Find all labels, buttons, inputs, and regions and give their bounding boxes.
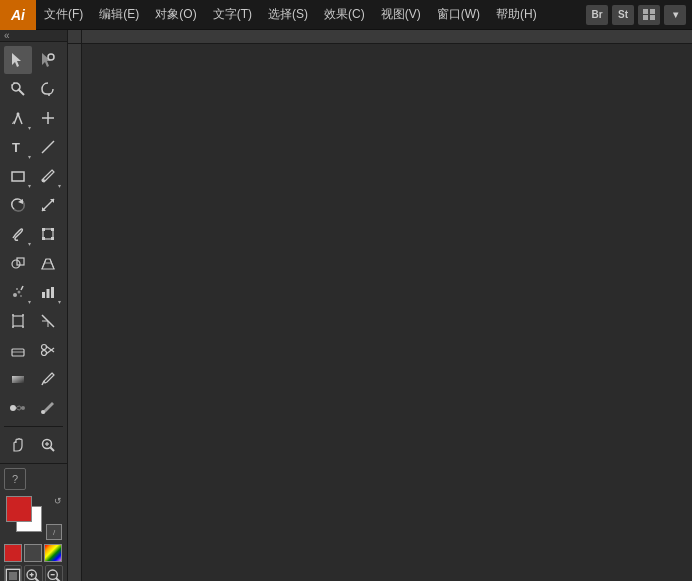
svg-line-12 <box>42 141 54 153</box>
menu-object[interactable]: 对象(O) <box>147 0 204 29</box>
svg-marker-0 <box>12 53 21 67</box>
add-anchor-tool[interactable] <box>34 104 62 132</box>
svg-point-55 <box>41 410 45 414</box>
hand-tool[interactable] <box>4 431 32 459</box>
reset-colors-button[interactable]: ↺ <box>54 496 62 506</box>
menu-file[interactable]: 文件(F) <box>36 0 91 29</box>
svg-point-33 <box>20 295 22 297</box>
svg-point-4 <box>12 83 20 91</box>
toolbar-tools: T <box>0 42 67 463</box>
zoom-tool[interactable] <box>34 431 62 459</box>
arrange-button[interactable]: ▾ <box>664 5 686 25</box>
app-logo: Ai <box>0 0 36 30</box>
svg-point-31 <box>13 293 17 297</box>
toolbar: « <box>0 30 68 581</box>
svg-rect-21 <box>42 228 45 231</box>
toolbar-bottom: ? / ↺ <box>0 463 67 581</box>
tool-hint-button[interactable]: ? <box>4 468 26 490</box>
menu-effect[interactable]: 效果(C) <box>316 0 373 29</box>
menu-view[interactable]: 视图(V) <box>373 0 429 29</box>
tool-row-7 <box>4 220 63 248</box>
zoom-in-button[interactable] <box>24 565 42 581</box>
toolbar-collapse-bar[interactable]: « <box>0 30 67 42</box>
svg-rect-22 <box>51 228 54 231</box>
menu-text[interactable]: 文字(T) <box>205 0 260 29</box>
svg-rect-36 <box>42 292 45 298</box>
svg-line-28 <box>42 259 46 269</box>
rect-tool[interactable] <box>4 162 32 190</box>
paintbrush-tool[interactable] <box>34 162 62 190</box>
tool-row-12 <box>4 365 63 393</box>
svg-point-25 <box>12 260 20 268</box>
svg-line-35 <box>21 286 23 290</box>
eraser-tool[interactable] <box>4 336 32 364</box>
canvas-area[interactable] <box>68 30 692 581</box>
foreground-color-swatch[interactable] <box>6 496 32 522</box>
tool-row-10 <box>4 307 63 335</box>
svg-rect-51 <box>12 376 24 383</box>
toolbar-separator <box>4 426 63 427</box>
tool-row-4: T <box>4 133 63 161</box>
stroke-color-small[interactable] <box>24 544 42 562</box>
svg-point-47 <box>42 345 47 350</box>
main-layout: « <box>0 30 692 581</box>
zoom-out-button[interactable] <box>45 565 63 581</box>
tool-row-14 <box>4 431 63 459</box>
color-swatches: / ↺ <box>4 494 66 542</box>
svg-text:T: T <box>12 140 20 155</box>
svg-point-34 <box>16 288 18 290</box>
svg-rect-24 <box>51 237 54 240</box>
tool-row-6 <box>4 191 63 219</box>
perspective-tool[interactable] <box>34 249 62 277</box>
warp-tool[interactable] <box>4 220 32 248</box>
svg-line-52 <box>42 381 44 385</box>
scale-tool[interactable] <box>34 191 62 219</box>
eyedropper-tool[interactable] <box>34 365 62 393</box>
tool-row-2 <box>4 75 63 103</box>
svg-rect-45 <box>12 349 24 356</box>
menu-items: 文件(F) 编辑(E) 对象(O) 文字(T) 选择(S) 效果(C) 视图(V… <box>36 0 586 29</box>
menu-select[interactable]: 选择(S) <box>260 0 316 29</box>
svg-rect-13 <box>12 172 24 181</box>
shape-builder-tool[interactable] <box>4 249 32 277</box>
menu-window[interactable]: 窗口(W) <box>429 0 488 29</box>
none-color-button[interactable]: / <box>46 524 62 540</box>
column-graph-tool[interactable] <box>34 278 62 306</box>
rotate-tool[interactable] <box>4 191 32 219</box>
fill-color-small[interactable] <box>4 544 22 562</box>
svg-rect-61 <box>9 572 17 580</box>
lasso-tool[interactable] <box>34 75 62 103</box>
tool-row-1 <box>4 46 63 74</box>
menu-help[interactable]: 帮助(H) <box>488 0 545 29</box>
pen-tool[interactable] <box>4 104 32 132</box>
change-screen-mode-button[interactable] <box>4 565 22 581</box>
magic-wand-tool[interactable] <box>4 75 32 103</box>
stock-button[interactable]: St <box>612 5 634 25</box>
bridge-button[interactable]: Br <box>586 5 608 25</box>
workspace-layout-button[interactable] <box>638 5 660 25</box>
gradient-tool[interactable] <box>4 365 32 393</box>
tool-row-9 <box>4 278 63 306</box>
svg-point-54 <box>21 406 25 410</box>
selection-tool[interactable] <box>4 46 32 74</box>
slice-tool[interactable] <box>34 307 62 335</box>
menu-edit[interactable]: 编辑(E) <box>91 0 147 29</box>
tool-row-13 <box>4 394 63 422</box>
menu-right: Br St ▾ <box>586 5 692 25</box>
gradient-swatch-small[interactable] <box>44 544 62 562</box>
free-transform-tool[interactable] <box>34 220 62 248</box>
ruler-horizontal <box>68 30 692 44</box>
live-paint-tool[interactable] <box>34 394 62 422</box>
svg-point-2 <box>48 54 54 60</box>
direct-selection-tool[interactable] <box>34 46 62 74</box>
artboard-tool[interactable] <box>4 307 32 335</box>
type-tool[interactable]: T <box>4 133 32 161</box>
svg-point-8 <box>17 113 20 116</box>
blend-tool[interactable] <box>4 394 32 422</box>
svg-rect-37 <box>47 289 50 298</box>
line-tool[interactable] <box>34 133 62 161</box>
symbol-sprayer-tool[interactable] <box>4 278 32 306</box>
scissors-tool[interactable] <box>34 336 62 364</box>
svg-line-57 <box>51 448 55 452</box>
screen-mode-row <box>4 565 63 581</box>
